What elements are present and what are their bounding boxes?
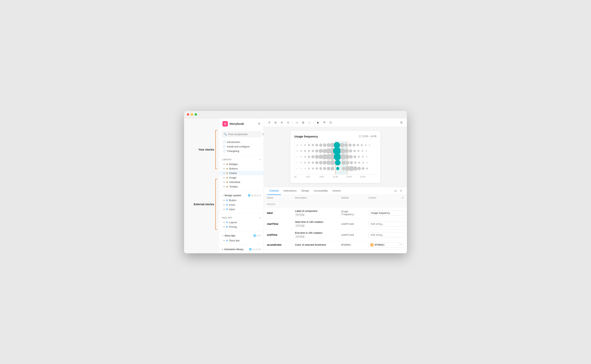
svg-point-64 — [362, 156, 364, 158]
grid-button[interactable]: ⊞ — [300, 120, 306, 125]
sidebar-item-badges[interactable]: ▶ ▣ Badges — [219, 162, 264, 166]
zoom-in-button[interactable]: ⊕ — [273, 120, 278, 125]
svg-point-95 — [342, 167, 345, 170]
logo-icon: S — [222, 121, 228, 127]
prop-type-endtime: string — [295, 235, 305, 238]
table-row: label Label of component string Usage fr… — [264, 207, 407, 218]
play-button[interactable]: ▶ — [315, 120, 321, 125]
prop-desc-label: Label of component — [295, 209, 335, 213]
svg-point-30 — [297, 150, 298, 151]
svg-point-31 — [300, 150, 302, 152]
minimize-button[interactable] — [191, 113, 193, 116]
folder-icon: ▣ — [226, 167, 228, 170]
svg-text:12:00: 12:00 — [333, 176, 338, 178]
settings-icon[interactable]: ⚙ — [258, 122, 260, 126]
globe-icon: 🌐 — [249, 248, 252, 251]
control-input-endtime[interactable] — [369, 232, 404, 237]
story-tips-header[interactable]: ▼ Story tips 🌐 0.7 ▾ — [219, 233, 264, 238]
web-app-section: WEB APP ▾ ▶ ⊞ Layout ▶ ⊞ Pricing — [219, 215, 264, 230]
sidebar-item-charts[interactable]: ▶ ▣ Charts — [219, 171, 264, 175]
search-input[interactable] — [228, 133, 261, 136]
component-icon: ⊞ — [226, 199, 228, 202]
maximize-button[interactable] — [195, 113, 197, 116]
svg-point-61 — [349, 155, 353, 159]
search-box[interactable]: 🔍 / — [222, 131, 261, 137]
tab-actions[interactable]: Actions — [330, 187, 343, 195]
sidebar-item-buttons[interactable]: ▶ ▣ Buttons — [219, 166, 264, 171]
svg-point-58 — [334, 153, 341, 160]
sidebar-item-story-tips[interactable]: ▶ ⊞ Story tips — [219, 238, 264, 243]
sidebar-item-button[interactable]: ▶ ⊞ Button — [219, 198, 264, 202]
svg-point-83 — [366, 162, 368, 163]
svg-point-43 — [349, 150, 352, 153]
sidebar-item-interstitial[interactable]: ▶ ▣ Interstitial — [219, 180, 264, 184]
chevron-right-icon: ▶ — [222, 248, 223, 250]
sidebar-item-image[interactable]: ▶ ▣ Image — [219, 175, 264, 180]
svg-point-75 — [330, 160, 335, 165]
tab-accessibility[interactable]: Accessibility — [312, 187, 330, 195]
titlebar — [184, 111, 407, 118]
sidebar: S Storybook ⚙ 🔍 / 📄 Introduction — [219, 118, 264, 253]
refresh-button[interactable]: ↺ — [266, 120, 272, 125]
close-panel-button[interactable]: ✕ — [398, 188, 404, 194]
sidebar-item-layout[interactable]: ▶ ⊞ Layout — [219, 220, 264, 225]
svg-point-26 — [357, 144, 359, 146]
toolbar: ↺ ⊕ ⊖ ⊙ ▭ ⊞ ⬚ ▶ 👁 ⊡ ⧉ — [264, 118, 407, 127]
col-header-control: Control ↺ — [365, 195, 407, 201]
code-button[interactable]: </> — [399, 244, 402, 246]
sidebar-item-input[interactable]: ▶ ⊞ Input — [219, 207, 264, 211]
component-icon: ⊞ — [226, 208, 228, 210]
your-stories-label: Your stories — [198, 148, 214, 151]
split-panel-button[interactable]: ⊡ — [393, 188, 398, 194]
prop-default-starttime: undefined — [341, 223, 354, 225]
frame-button[interactable]: ▭ — [294, 120, 300, 125]
panel-tabs: Controls Interactions Design Accessibili… — [264, 187, 407, 195]
web-app-header[interactable]: WEB APP ▾ — [219, 216, 264, 220]
zoom-out-button[interactable]: ⊖ — [279, 120, 285, 125]
sidebar-item-pricing[interactable]: ▶ ⊞ Pricing — [219, 225, 264, 229]
expand-icon: ▶ — [224, 168, 225, 169]
svg-point-98 — [353, 166, 358, 171]
sidebar-item-icons[interactable]: ▶ ⊞ Icons — [219, 202, 264, 207]
svg-point-13 — [304, 144, 306, 146]
story-tips-section: ▼ Story tips 🌐 0.7 ▾ ▶ ⊞ Story tips — [219, 232, 264, 244]
tab-interactions[interactable]: Interactions — [281, 187, 299, 195]
external-link-button[interactable]: ⧉ — [399, 120, 404, 125]
reset-icon[interactable]: ↺ — [402, 196, 404, 199]
table-row: startTime Start time in 24h notation str… — [264, 218, 407, 229]
svg-point-41 — [340, 148, 345, 154]
prop-type-starttime: string — [295, 224, 305, 227]
svg-point-101 — [366, 168, 368, 169]
prop-name-accentcolor: accentColor — [267, 243, 282, 246]
globe-icon: 🌐 — [248, 194, 251, 197]
svg-point-86 — [305, 168, 306, 169]
svg-point-45 — [358, 150, 359, 152]
svg-point-87 — [308, 168, 310, 169]
expand-icon: ▶ — [224, 204, 225, 206]
library-section-header[interactable]: LIBRARY ▾ — [219, 157, 264, 162]
expand-icon: ▶ — [224, 199, 225, 201]
svg-point-50 — [304, 156, 306, 158]
close-button[interactable] — [187, 113, 189, 116]
sidebar-item-introduction[interactable]: 📄 Introduction — [222, 140, 261, 144]
svg-point-35 — [315, 150, 318, 153]
sidebar-item-install[interactable]: 📄 Install and configure — [222, 144, 261, 149]
prop-default-endtime: undefined — [341, 234, 354, 236]
sidebar-item-tooltips[interactable]: ▶ ▣ Tooltips — [219, 184, 264, 189]
design-system-header[interactable]: ▼ Design system 🌐 10.03.01 ▾ — [219, 193, 264, 198]
doc-icon: 📄 — [223, 141, 226, 143]
sidebar-item-changelog[interactable]: 📄 Changelog — [222, 149, 261, 153]
device-button[interactable]: ⊡ — [328, 120, 333, 125]
svg-point-12 — [301, 144, 302, 146]
eye-button[interactable]: 👁 — [322, 120, 327, 125]
tab-controls[interactable]: Controls — [267, 187, 281, 195]
fullscreen-button[interactable]: ⬚ — [307, 120, 312, 125]
animation-library-header[interactable]: ▶ Animation library 🌐 11.23.5 ▾ — [219, 247, 264, 252]
svg-point-77 — [341, 161, 346, 165]
zoom-reset-button[interactable]: ⊙ — [285, 120, 291, 125]
control-input-starttime[interactable] — [369, 221, 404, 227]
tab-design[interactable]: Design — [299, 187, 312, 195]
color-control-accentcolor[interactable]: #FBBA62 </> — [369, 242, 404, 247]
svg-point-78 — [346, 161, 349, 164]
control-input-label[interactable] — [369, 210, 404, 216]
